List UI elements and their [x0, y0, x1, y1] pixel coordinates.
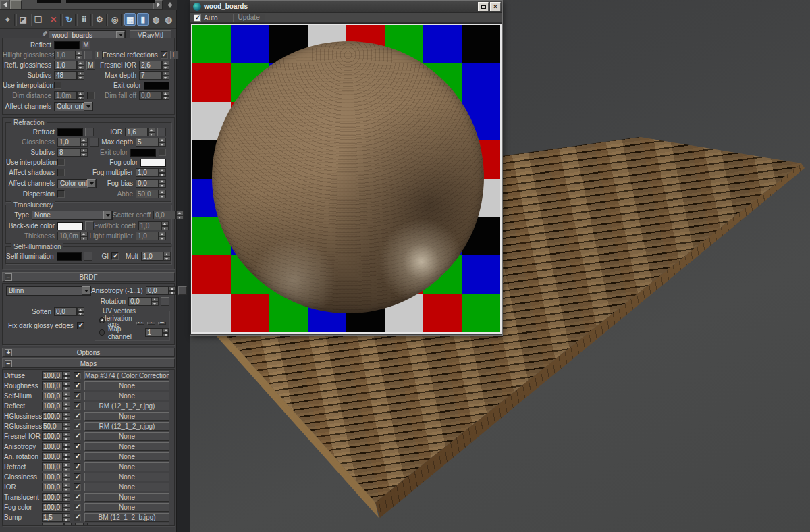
backside-map-button[interactable] — [85, 221, 94, 230]
reflect-color-swatch[interactable] — [54, 41, 80, 49]
background-checker-icon[interactable]: ▦ — [124, 13, 136, 26]
map-slot-button[interactable]: None — [84, 392, 169, 400]
refr-glossiness-field[interactable]: 1,0 — [57, 138, 80, 147]
local-axis-radio[interactable] — [99, 317, 104, 323]
self-illumination-swatch[interactable] — [57, 252, 82, 261]
map-enable-checkbox[interactable] — [74, 402, 81, 410]
sep[interactable] — [90, 14, 93, 26]
update-preview-icon[interactable]: ↻ — [63, 13, 75, 26]
refr-use-interpolation-checkbox[interactable] — [57, 159, 65, 166]
map-amount-field[interactable]: 100,0 — [42, 402, 63, 410]
map-amount-spinner[interactable] — [63, 462, 70, 471]
rollout-options[interactable]: + Options — [2, 348, 175, 357]
map-slot-button[interactable]: RM (12_1_2_r.jpg) — [84, 422, 169, 431]
map-amount-spinner[interactable] — [63, 432, 70, 441]
translucency-type-dropdown[interactable]: None — [32, 211, 113, 220]
fwd-bck-spinner[interactable] — [161, 221, 169, 230]
sep[interactable] — [106, 14, 109, 26]
map-amount-spinner[interactable] — [63, 473, 70, 481]
map-amount-spinner[interactable] — [63, 493, 70, 502]
restore-button[interactable] — [478, 2, 489, 11]
fresnel-ior-field[interactable]: 2,6 — [139, 61, 162, 70]
exit-color-swatch[interactable] — [144, 82, 169, 90]
map-amount-spinner[interactable] — [63, 513, 70, 522]
ior-field[interactable]: 1,6 — [125, 128, 148, 136]
brdf-type-dropdown[interactable]: Blinn — [6, 286, 91, 296]
hilight-glossiness-field[interactable]: 1,0 — [54, 51, 76, 59]
map-amount-field[interactable]: 100,0 — [42, 412, 63, 421]
map-amount-spinner[interactable] — [63, 483, 70, 491]
rotation-spinner[interactable] — [151, 297, 159, 306]
thickness-spinner[interactable] — [80, 232, 88, 240]
map-channel-spinner[interactable] — [163, 328, 169, 337]
map-amount-spinner[interactable] — [63, 452, 70, 461]
sep[interactable] — [75, 14, 78, 26]
map-slot-button[interactable]: None — [84, 442, 169, 451]
map-enable-checkbox[interactable] — [74, 443, 81, 450]
refr-exit-color-checkbox[interactable] — [159, 149, 166, 156]
rollout-brdf[interactable]: − BRDF — [2, 272, 175, 282]
map-enable-checkbox[interactable] — [74, 494, 81, 501]
fog-bias-field[interactable]: 0,0 — [136, 179, 159, 188]
ior-map-button[interactable] — [157, 128, 166, 136]
map-amount-field[interactable]: 100,0 — [42, 442, 63, 451]
affect-channels-dropdown[interactable]: Color only — [54, 102, 93, 111]
map-amount-spinner[interactable] — [63, 503, 70, 512]
refr-max-depth-field[interactable]: 5 — [136, 138, 159, 147]
select-children-icon[interactable]: ⠿ — [78, 13, 90, 26]
refl-glossiness-map-button[interactable]: M — [86, 61, 95, 70]
refr-affect-channels-dropdown[interactable]: Color only — [57, 179, 97, 188]
mult-spinner[interactable] — [163, 252, 171, 261]
map-enable-checkbox[interactable] — [74, 504, 81, 511]
map-enable-checkbox[interactable] — [74, 473, 81, 481]
refr-glossiness-map-button[interactable] — [90, 138, 99, 147]
map-amount-spinner[interactable] — [63, 402, 70, 410]
map-slot-button[interactable]: None — [84, 432, 169, 441]
refr-subdivs-spinner[interactable] — [80, 148, 88, 157]
thickness-field[interactable]: 10,0m — [57, 232, 80, 240]
refract-map-button[interactable] — [85, 128, 94, 136]
refract-color-swatch[interactable] — [57, 128, 83, 136]
map-slot-button[interactable]: None — [84, 412, 169, 421]
map-amount-field[interactable]: 100,0 — [42, 503, 63, 512]
rotation-map-button[interactable] — [161, 297, 169, 306]
map-slot-button[interactable]: None — [84, 462, 169, 471]
map-amount-field[interactable]: 100,0 — [42, 381, 63, 390]
refr-exit-color-swatch[interactable] — [130, 149, 156, 157]
dim-distance-checkbox[interactable] — [87, 92, 94, 99]
map-enable-checkbox[interactable] — [74, 382, 81, 390]
abbe-field[interactable]: 50,0 — [136, 190, 159, 198]
fwd-bck-field[interactable]: 1,0 — [138, 221, 161, 230]
soften-spinner[interactable] — [77, 307, 84, 316]
fog-multiplier-field[interactable]: 1,0 — [136, 168, 159, 177]
fix-dark-glossy-edges-checkbox[interactable] — [77, 322, 84, 329]
rollout-maps[interactable]: − Maps — [2, 358, 175, 368]
anisotropy-map-button[interactable] — [178, 286, 187, 295]
rotation-field[interactable]: 0,0 — [128, 297, 151, 306]
map-amount-field[interactable]: 100,0 — [42, 483, 63, 491]
refl-glossiness-field[interactable]: 1,0 — [54, 61, 77, 70]
map-amount-field[interactable]: 100,0 — [42, 462, 63, 471]
affect-shadows-checkbox[interactable] — [57, 169, 65, 176]
update-button[interactable]: Update — [233, 14, 265, 22]
dim-fall-off-spinner[interactable] — [162, 91, 169, 100]
map-amount-spinner[interactable] — [63, 412, 70, 421]
sep[interactable] — [121, 14, 124, 26]
map-slot-button[interactable]: BM (12_1_2_b.jpg) — [84, 513, 169, 522]
map-enable-checkbox[interactable] — [74, 463, 81, 471]
anisotropy-spinner[interactable] — [169, 286, 176, 295]
fresnel-reflections-checkbox[interactable] — [161, 51, 168, 59]
map-enable-checkbox[interactable] — [74, 392, 81, 400]
map-amount-spinner[interactable] — [63, 442, 70, 451]
scatter-coeff-field[interactable]: 0,0 — [153, 211, 176, 219]
auto-update-checkbox[interactable] — [194, 14, 201, 22]
fresnel-ior-spinner[interactable] — [162, 61, 169, 70]
dispersion-checkbox[interactable] — [57, 190, 65, 198]
node-icon[interactable]: ❏ — [32, 13, 44, 26]
show-end-result-icon[interactable]: ▮ — [137, 13, 148, 26]
map-amount-field[interactable]: 100,0 — [42, 452, 63, 461]
scatter-coeff-spinner[interactable] — [176, 211, 184, 219]
map-amount-field[interactable]: 50,0 — [42, 422, 63, 431]
map-slot-button[interactable]: None — [84, 473, 169, 481]
select-node-icon[interactable]: ⌖ — [2, 13, 14, 26]
